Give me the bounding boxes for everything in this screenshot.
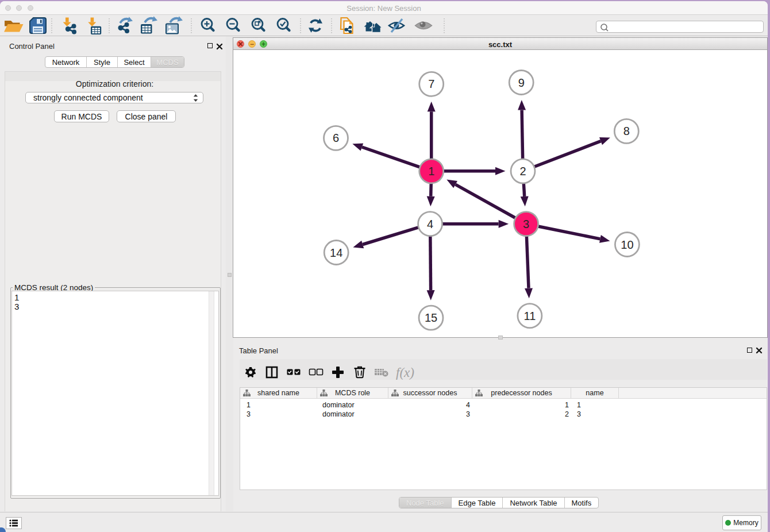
svg-text:6: 6 xyxy=(333,132,339,144)
svg-text:15: 15 xyxy=(425,311,437,324)
svg-text:4: 4 xyxy=(427,218,433,230)
svg-text:9: 9 xyxy=(518,76,525,89)
svg-text:8: 8 xyxy=(623,125,630,137)
svg-text:14: 14 xyxy=(330,246,342,259)
svg-text:3: 3 xyxy=(523,218,529,230)
svg-text:10: 10 xyxy=(621,238,633,251)
svg-text:1: 1 xyxy=(428,165,434,178)
svg-text:11: 11 xyxy=(524,310,536,322)
svg-text:f(x): f(x) xyxy=(396,365,414,380)
svg-text:7: 7 xyxy=(428,78,434,90)
svg-text:2: 2 xyxy=(519,165,526,178)
